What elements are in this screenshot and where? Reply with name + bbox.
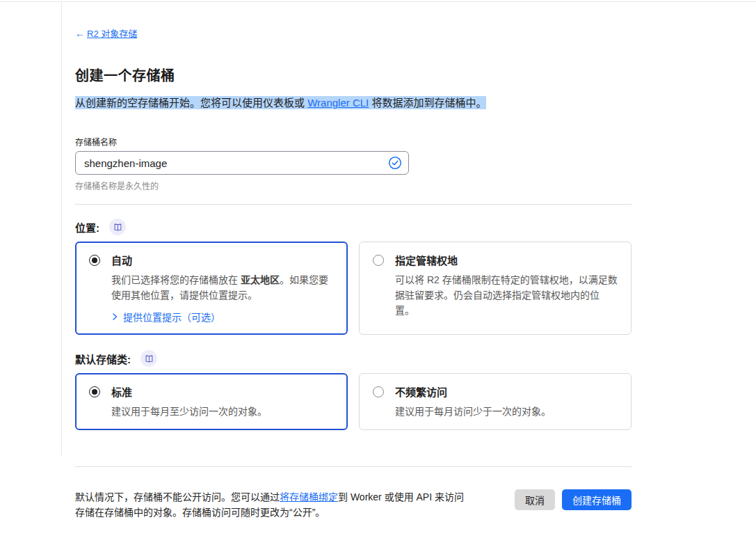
footer-divider (75, 466, 632, 467)
storage-class-option-standard[interactable]: 标准 建议用于每月至少访问一次的对象。 (75, 373, 348, 430)
option-description: 可以将 R2 存储桶限制在特定的管辖权地，以满足数据驻留要求。仍会自动选择指定管… (395, 272, 618, 318)
footer-actions: 取消 创建存储桶 (515, 489, 632, 510)
chevron-right-icon (111, 313, 118, 321)
book-icon (113, 223, 122, 232)
location-option-automatic[interactable]: 自动 我们已选择将您的存储桶放在 亚太地区。如果您要使用其他位置，请提供位置提示… (75, 242, 348, 335)
storage-class-option-infrequent[interactable]: 不频繁访问 建议用于每月访问少于一次的对象。 (359, 373, 632, 430)
create-bucket-button[interactable]: 创建存储桶 (562, 489, 632, 510)
back-arrow-icon: ← (75, 29, 85, 38)
option-body: 指定管辖权地 可以将 R2 存储桶限制在特定的管辖权地，以满足数据驻留要求。仍会… (395, 253, 618, 318)
option-title: 自动 (111, 253, 334, 267)
radio-unselected-icon[interactable] (373, 386, 384, 397)
intro-pre: 从创建新的空存储桶开始。您将可以使用仪表板或 (75, 97, 307, 109)
intro-text: 从创建新的空存储桶开始。您将可以使用仪表板或 Wrangler CLI 将数据添… (75, 95, 632, 111)
location-section-header: 位置: (75, 219, 632, 235)
valid-check-icon (388, 156, 402, 170)
radio-unselected-icon[interactable] (373, 255, 384, 266)
bucket-name-input[interactable] (75, 151, 409, 175)
option-body: 标准 建议用于每月至少访问一次的对象。 (111, 384, 267, 419)
storage-class-section-header: 默认存储类: (75, 350, 632, 367)
cancel-button[interactable]: 取消 (515, 489, 555, 510)
bucket-name-input-wrap (75, 151, 409, 175)
footer-note: 默认情况下，存储桶不能公开访问。您可以通过将存储桶绑定到 Worker 或使用 … (75, 489, 473, 520)
bind-bucket-link[interactable]: 将存储桶绑定 (280, 491, 338, 503)
option-description: 我们已选择将您的存储桶放在 亚太地区。如果您要使用其他位置，请提供位置提示。 (111, 272, 334, 303)
sidebar-edge-divider (61, 1, 62, 455)
location-option-jurisdiction[interactable]: 指定管辖权地 可以将 R2 存储桶限制在特定的管辖权地，以满足数据驻留要求。仍会… (359, 242, 632, 335)
option-title: 不频繁访问 (395, 384, 551, 399)
option-description: 建议用于每月访问少于一次的对象。 (395, 404, 551, 419)
storage-class-docs-button[interactable] (140, 350, 157, 367)
option-title: 指定管辖权地 (395, 253, 618, 267)
option-description: 建议用于每月至少访问一次的对象。 (111, 404, 267, 419)
option-title: 标准 (111, 384, 267, 399)
bucket-name-label: 存储桶名称 (75, 136, 632, 148)
intro-post: 将数据添加到存储桶中。 (369, 97, 486, 109)
wrangler-cli-link[interactable]: Wrangler CLI (307, 97, 369, 109)
page-title: 创建一个存储桶 (75, 65, 632, 85)
option-body: 自动 我们已选择将您的存储桶放在 亚太地区。如果您要使用其他位置，请提供位置提示… (111, 253, 334, 324)
option-body: 不频繁访问 建议用于每月访问少于一次的对象。 (395, 384, 551, 419)
radio-selected-icon[interactable] (89, 386, 100, 397)
breadcrumb: ← R2 对象存储 (75, 26, 632, 40)
radio-selected-icon[interactable] (89, 255, 100, 266)
footer: 默认情况下，存储桶不能公开访问。您可以通过将存储桶绑定到 Worker 或使用 … (75, 489, 632, 520)
location-hint-toggle[interactable]: 提供位置提示（可选） (111, 310, 334, 324)
region-name: 亚太地区 (241, 274, 280, 285)
create-bucket-page: ← R2 对象存储 创建一个存储桶 从创建新的空存储桶开始。您将可以使用仪表板或… (75, 0, 632, 520)
section-divider (75, 204, 632, 205)
storage-class-label: 默认存储类: (75, 352, 131, 366)
back-to-r2-link[interactable]: R2 对象存储 (87, 26, 137, 40)
bucket-name-helper: 存储桶名称是永久性的 (75, 180, 632, 191)
location-options: 自动 我们已选择将您的存储桶放在 亚太地区。如果您要使用其他位置，请提供位置提示… (75, 242, 632, 335)
location-docs-button[interactable] (109, 219, 126, 235)
location-label: 位置: (75, 220, 99, 235)
storage-class-options: 标准 建议用于每月至少访问一次的对象。 不频繁访问 建议用于每月访问少于一次的对… (75, 373, 632, 430)
book-icon (145, 354, 154, 363)
